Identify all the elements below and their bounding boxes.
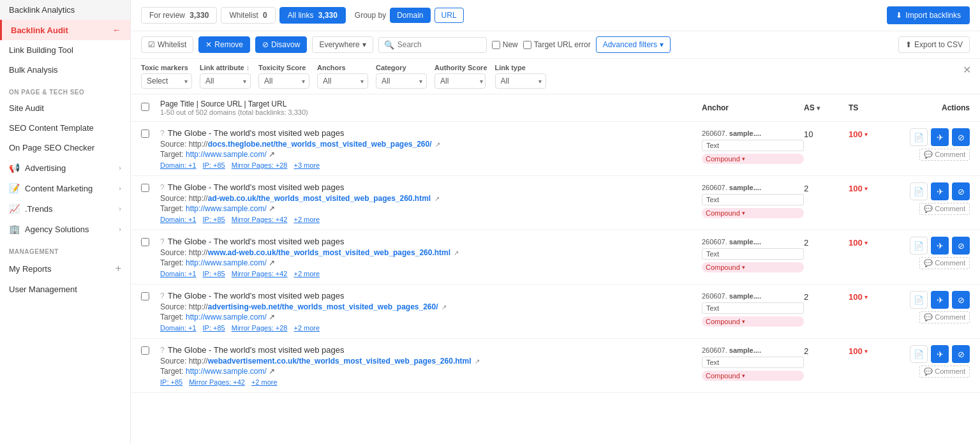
send-button[interactable]: ✈ — [931, 128, 949, 146]
source-link[interactable]: advertising-web.net/the_worlds_most_visi… — [208, 302, 438, 311]
compound-badge[interactable]: Compound ▾ — [702, 262, 804, 272]
source-link[interactable]: docs.theglobe.net/the_worlds_most_visite… — [208, 140, 432, 149]
compound-badge[interactable]: Compound ▾ — [702, 371, 804, 381]
meta-item[interactable]: Domain: +1 — [160, 270, 197, 278]
tab-for-review[interactable]: For review 3,330 — [141, 7, 217, 24]
meta-item[interactable]: IP: +85 — [203, 270, 225, 278]
sidebar-item-user-management[interactable]: User Management — [0, 279, 130, 299]
toxic-markers-select[interactable]: Select — [141, 73, 192, 89]
close-filters-button[interactable]: ✕ — [963, 64, 971, 76]
select-all-checkbox[interactable] — [141, 103, 149, 111]
doc-button[interactable]: 📄 — [910, 291, 928, 309]
comment-button[interactable]: 💬 Comment — [919, 366, 970, 378]
sidebar-item-advertising[interactable]: 📢 Advertising › — [0, 158, 130, 178]
target-link[interactable]: http://www.sample.com/ — [186, 367, 267, 376]
target-url-error-checkbox[interactable] — [523, 41, 531, 49]
meta-item[interactable]: +2 more — [293, 216, 320, 223]
doc-button[interactable]: 📄 — [910, 237, 928, 255]
source-link[interactable]: www.ad-web.co.uk/the_worlds_most_visited… — [208, 248, 450, 257]
help-icon[interactable]: ? — [160, 237, 165, 246]
table-header-as[interactable]: AS ▾ — [804, 103, 849, 112]
whitelist-button[interactable]: ☑ Whitelist — [141, 36, 193, 53]
help-icon[interactable]: ? — [160, 292, 165, 300]
search-input[interactable] — [397, 40, 474, 49]
import-backlinks-button[interactable]: ⬇ Import backlinks — [887, 6, 970, 24]
tab-whitelist[interactable]: Whitelist 0 — [221, 7, 275, 24]
meta-item[interactable]: +2 more — [293, 324, 320, 332]
anchors-select[interactable]: All — [317, 73, 368, 89]
location-dropdown[interactable]: Everywhere ▾ — [312, 36, 373, 53]
send-button[interactable]: ✈ — [931, 345, 949, 363]
advanced-filters-button[interactable]: Advanced filters ▾ — [596, 36, 671, 53]
ts-drop-icon[interactable]: ▾ — [865, 348, 868, 355]
meta-item[interactable]: Mirror Pages: +42 — [189, 378, 245, 386]
link-type-select[interactable]: All — [495, 73, 546, 89]
meta-item[interactable]: IP: +85 — [203, 161, 225, 169]
row-checkbox[interactable] — [141, 130, 149, 138]
compound-badge[interactable]: Compound ▾ — [702, 316, 804, 327]
export-csv-button[interactable]: ⬆ Export to CSV — [898, 36, 970, 53]
meta-item[interactable]: Mirror Pages: +28 — [232, 161, 288, 169]
sidebar-item-reports[interactable]: My Reports + — [0, 258, 130, 279]
doc-button[interactable]: 📄 — [910, 182, 928, 200]
block-button[interactable]: ⊘ — [952, 182, 970, 200]
row-checkbox[interactable] — [141, 238, 149, 246]
toxicity-score-select[interactable]: All — [258, 73, 309, 89]
sidebar-item-site-audit[interactable]: Site Audit — [0, 98, 130, 118]
meta-item[interactable]: Domain: +1 — [160, 324, 197, 332]
doc-button[interactable]: 📄 — [910, 128, 928, 146]
source-link[interactable]: ad-web.co.uk/the_worlds_most_visited_web… — [208, 194, 431, 203]
row-checkbox[interactable] — [141, 292, 149, 300]
group-by-domain[interactable]: Domain — [390, 8, 430, 23]
meta-item[interactable]: +2 more — [251, 378, 278, 386]
comment-button[interactable]: 💬 Comment — [919, 311, 970, 323]
comment-button[interactable]: 💬 Comment — [919, 257, 970, 269]
authority-score-select[interactable]: All — [434, 73, 486, 89]
target-link[interactable]: http://www.sample.com/ — [186, 313, 267, 322]
comment-button[interactable]: 💬 Comment — [919, 149, 970, 161]
target-link[interactable]: http://www.sample.com/ — [186, 150, 267, 159]
send-button[interactable]: ✈ — [931, 291, 949, 309]
meta-item[interactable]: IP: +85 — [203, 216, 225, 223]
link-attribute-select[interactable]: All — [200, 73, 251, 89]
compound-badge[interactable]: Compound ▾ — [702, 154, 804, 164]
row-checkbox[interactable] — [141, 346, 149, 355]
compound-badge[interactable]: Compound ▾ — [702, 208, 804, 218]
block-button[interactable]: ⊘ — [952, 345, 970, 363]
meta-item[interactable]: IP: +85 — [160, 378, 182, 386]
ts-drop-icon[interactable]: ▾ — [865, 239, 868, 246]
meta-item[interactable]: Domain: +1 — [160, 216, 197, 223]
category-select[interactable]: All — [376, 73, 427, 89]
help-icon[interactable]: ? — [160, 346, 165, 355]
sidebar-item-content-marketing[interactable]: 📝 Content Marketing › — [0, 178, 130, 198]
sidebar-item-seo-content[interactable]: SEO Content Template — [0, 118, 130, 138]
meta-item[interactable]: +2 more — [293, 270, 320, 278]
target-link[interactable]: http://www.sample.com/ — [186, 258, 267, 267]
meta-item[interactable]: IP: +85 — [203, 324, 225, 332]
meta-item[interactable]: Mirror Pages: +28 — [232, 324, 288, 332]
new-checkbox[interactable] — [492, 41, 500, 49]
meta-item[interactable]: Mirror Pages: +42 — [232, 216, 288, 223]
add-report-icon[interactable]: + — [115, 263, 121, 274]
ts-drop-icon[interactable]: ▾ — [865, 185, 868, 192]
tab-all-links[interactable]: All links 3,330 — [279, 7, 346, 24]
remove-button[interactable]: ✕ Remove — [198, 36, 250, 53]
group-by-url[interactable]: URL — [434, 8, 464, 23]
source-link[interactable]: webadvertisement.co.uk/the_worlds_most_v… — [208, 357, 471, 366]
target-link[interactable]: http://www.sample.com/ — [186, 204, 267, 213]
ts-drop-icon[interactable]: ▾ — [865, 131, 868, 138]
block-button[interactable]: ⊘ — [952, 237, 970, 255]
block-button[interactable]: ⊘ — [952, 128, 970, 146]
sidebar-logo[interactable]: Backlink Analytics — [0, 0, 130, 20]
sidebar-item-on-page-checker[interactable]: On Page SEO Checker — [0, 138, 130, 158]
meta-item[interactable]: Domain: +1 — [160, 161, 197, 169]
doc-button[interactable]: 📄 — [910, 345, 928, 363]
sidebar-item-bulk-analysis[interactable]: Bulk Analysis — [0, 60, 130, 80]
sidebar-item-link-building[interactable]: Link Building Tool — [0, 40, 130, 60]
send-button[interactable]: ✈ — [931, 237, 949, 255]
row-checkbox[interactable] — [141, 184, 149, 192]
sidebar-item-trends[interactable]: 📈 .Trends › — [0, 198, 130, 219]
meta-item[interactable]: +3 more — [293, 161, 320, 169]
disavow-button[interactable]: ⊘ Disavow — [255, 36, 307, 53]
sidebar-item-agency[interactable]: 🏢 Agency Solutions › — [0, 219, 130, 239]
